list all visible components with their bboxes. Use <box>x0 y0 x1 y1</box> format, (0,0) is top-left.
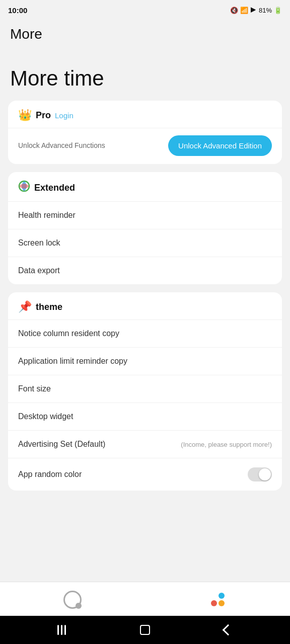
theme-card: 📌 theme Notice column resident copy Appl… <box>8 292 282 491</box>
app-limit-item[interactable]: Application limit reminder copy <box>8 347 282 375</box>
battery-icon: 🔋 <box>274 7 282 14</box>
theme-section-header: 📌 theme <box>8 292 282 319</box>
mute-icon: 🔇 <box>230 7 238 14</box>
screen-lock-item[interactable]: Screen lock <box>8 229 282 257</box>
extended-title: Extended <box>34 183 75 193</box>
pro-card: 👑 Pro Login Unlock Advanced Functions Un… <box>8 101 282 164</box>
data-export-item[interactable]: Data export <box>8 257 282 284</box>
toggle-knob <box>259 468 271 480</box>
advertising-set-label: Advertising Set (Default) <box>18 440 105 449</box>
page-title: More time <box>10 66 280 91</box>
extended-section-header: Extended <box>8 172 282 201</box>
signal-icon: ⯈ <box>250 7 257 14</box>
dot-blue <box>219 593 225 599</box>
pro-login-link[interactable]: Login <box>55 111 74 120</box>
wifi-icon: 📶 <box>240 7 248 14</box>
extended-card: Extended Health reminder Screen lock Dat… <box>8 172 282 284</box>
home-icon <box>140 625 150 635</box>
app-random-color-item[interactable]: App random color <box>8 458 282 491</box>
health-reminder-label: Health reminder <box>18 211 76 220</box>
page-title-section: More time <box>0 46 290 101</box>
pro-description: Unlock Advanced Functions <box>18 141 160 151</box>
bottom-nav <box>0 582 290 616</box>
unlock-advanced-button[interactable]: Unlock Advanced Edition <box>168 135 272 156</box>
header: More <box>0 18 290 46</box>
back-button[interactable] <box>219 621 237 639</box>
recents-button[interactable] <box>53 621 71 639</box>
screen-lock-label: Screen lock <box>18 238 60 248</box>
apps-icon <box>211 593 225 606</box>
pro-card-header: 👑 Pro Login <box>8 101 282 128</box>
header-title: More <box>10 26 42 42</box>
overview-icon <box>63 591 82 609</box>
crown-icon: 👑 <box>18 109 32 122</box>
advertising-set-sub: (Income, please support more!) <box>181 441 272 448</box>
desktop-widget-label: Desktop widget <box>18 412 73 421</box>
extended-icon <box>18 180 30 195</box>
font-size-item[interactable]: Font size <box>8 375 282 403</box>
nav-apps[interactable] <box>145 593 290 606</box>
desktop-widget-item[interactable]: Desktop widget <box>8 403 282 430</box>
status-bar: 10:00 🔇 📶 ⯈ 81% 🔋 <box>0 0 290 18</box>
pro-label: Pro <box>36 110 51 121</box>
app-random-color-toggle[interactable] <box>248 467 272 481</box>
status-icons: 🔇 📶 ⯈ 81% 🔋 <box>230 7 282 14</box>
dot-orange <box>219 600 225 606</box>
notice-column-label: Notice column resident copy <box>18 329 119 338</box>
advertising-set-item[interactable]: Advertising Set (Default) (Income, pleas… <box>8 430 282 458</box>
status-time: 10:00 <box>8 6 27 15</box>
battery-text: 81% <box>259 7 272 14</box>
back-icon <box>223 624 234 636</box>
app-limit-label: Application limit reminder copy <box>18 357 127 366</box>
app-random-color-label: App random color <box>18 470 82 479</box>
nav-overview[interactable] <box>0 591 145 609</box>
home-button[interactable] <box>136 621 154 639</box>
pro-card-body: Unlock Advanced Functions Unlock Advance… <box>8 128 282 164</box>
recents-icon <box>57 625 66 635</box>
health-reminder-item[interactable]: Health reminder <box>8 201 282 229</box>
font-size-label: Font size <box>18 384 51 393</box>
notice-column-item[interactable]: Notice column resident copy <box>8 319 282 347</box>
theme-icon: 📌 <box>18 300 32 313</box>
theme-title: theme <box>36 302 62 312</box>
data-export-label: Data export <box>18 266 60 275</box>
android-nav <box>0 616 290 644</box>
dot-red <box>211 600 217 606</box>
